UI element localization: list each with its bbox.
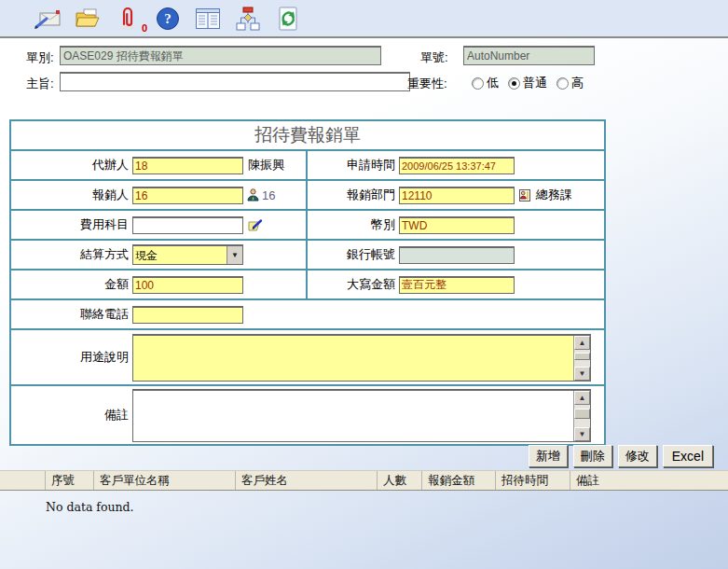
form-title: 招待費報銷單 [11,121,604,151]
department-input[interactable] [399,187,515,204]
radio-label: 高 [571,75,584,91]
radio-label: 普通 [523,75,547,91]
form-list-icon[interactable] [194,5,222,33]
amount-in-words-label: 大寫金額 [308,276,399,293]
claimant-id-text: 16 [262,188,275,202]
row-remarks: 備註 ▲ ▼ [11,386,604,444]
remarks-label: 備註 [11,407,132,423]
doc-type-label: 單別: [26,49,54,66]
attachment-count: 0 [142,22,147,34]
attachment-icon[interactable]: 0 [114,5,142,33]
send-mail-icon[interactable] [34,5,62,33]
agent-label: 代辦人 [11,157,132,173]
header-cell-amount: 報銷金額 [421,471,495,490]
row-claimant: 報銷人 16 報銷部門 [11,181,604,211]
workflow-icon[interactable] [234,5,262,33]
purpose-label: 用途說明 [11,349,132,366]
row-amount: 金額 大寫金額 [11,271,604,300]
radio-label: 低 [487,75,499,91]
doc-type-field[interactable] [60,46,381,65]
help-icon[interactable]: ? [154,5,182,33]
row-settlement: 結算方式 現金 ▼ 銀行帳號 [11,241,604,271]
claimant-input[interactable] [132,187,243,204]
scroll-up-icon[interactable]: ▲ [574,391,590,405]
main-form-panel: 招待費報銷單 代辦人 陳振興 申請時間 報銷人 [9,119,606,446]
scroll-down-icon[interactable]: ▼ [574,427,590,441]
contact-phone-label: 聯絡電話 [11,306,132,323]
header-cell-people-count: 人數 [377,471,421,490]
action-buttons: 新增 刪除 修改 Excel [529,445,713,467]
person-lookup-icon[interactable] [247,188,259,201]
expense-note-icon[interactable] [247,218,263,232]
header-cell-seq: 序號 [45,471,93,490]
doc-number-field[interactable] [463,46,595,65]
scroll-thumb[interactable] [574,353,590,360]
toolbar: 0 ? [0,0,728,38]
expense-category-input[interactable] [132,216,243,234]
add-button[interactable]: 新增 [529,445,568,467]
header-cell-empty [0,471,45,490]
settlement-method-select[interactable]: 現金 ▼ [132,244,243,265]
currency-label: 幣別 [308,216,399,233]
department-name-text: 總務課 [536,187,572,203]
delete-button[interactable]: 刪除 [573,445,612,467]
contact-phone-input[interactable] [132,306,243,324]
purpose-textarea[interactable] [133,336,573,381]
agent-name-text: 陳振興 [248,157,284,173]
scroll-up-icon[interactable]: ▲ [574,336,590,350]
header-cell-customer-name: 客戶姓名 [235,471,377,490]
apply-time-input[interactable] [399,157,515,174]
bank-account-input[interactable] [399,246,515,264]
subject-input[interactable] [60,72,410,91]
purpose-field: ▲ ▼ [132,334,591,382]
scroll-down-icon[interactable]: ▼ [574,367,590,381]
amount-in-words-input[interactable] [399,276,515,294]
header-cell-customer-unit: 客戶單位名稱 [93,471,235,490]
header-cell-time: 招待時間 [495,471,570,490]
amount-label: 金額 [11,276,132,293]
importance-label: 重要性: [407,76,447,92]
open-folder-icon[interactable] [74,5,102,33]
department-label: 報銷部門 [308,187,399,203]
radio-circle[interactable] [508,77,520,90]
excel-button[interactable]: Excel [663,445,713,467]
radio-circle[interactable] [472,77,484,90]
department-lookup-icon[interactable] [518,188,531,202]
dropdown-arrow-icon[interactable]: ▼ [227,246,242,264]
no-data-text: No data found. [46,500,134,514]
importance-radio-high[interactable]: 高 [556,75,584,91]
apply-time-label: 申請時間 [308,157,399,173]
settlement-method-label: 結算方式 [11,246,132,263]
bank-account-label: 銀行帳號 [308,246,399,263]
scroll-thumb[interactable] [574,409,590,419]
detail-table-header: 序號 客戶單位名稱 客戶姓名 人數 報銷金額 招待時間 備註 [0,470,728,491]
agent-input[interactable] [132,157,243,174]
amount-input[interactable] [132,276,243,294]
svg-text:?: ? [164,11,172,26]
header-cell-remarks: 備註 [570,471,728,490]
importance-radios: 低 普通 高 [472,75,584,91]
purpose-scrollbar[interactable]: ▲ ▼ [573,336,590,381]
importance-radio-low[interactable]: 低 [472,75,499,91]
refresh-icon[interactable] [274,5,302,33]
remarks-scrollbar[interactable]: ▲ ▼ [573,391,590,441]
settlement-method-value: 現金 [133,246,227,264]
row-purpose: 用途說明 ▲ ▼ [11,330,604,386]
remarks-field: ▲ ▼ [132,389,591,442]
currency-input[interactable] [399,216,515,234]
row-expense-category: 費用科目 幣別 [11,211,604,241]
modify-button[interactable]: 修改 [618,445,657,467]
remarks-textarea[interactable] [133,391,573,441]
expense-category-label: 費用科目 [11,216,132,233]
claimant-label: 報銷人 [11,187,132,203]
importance-radio-normal[interactable]: 普通 [508,75,547,91]
row-contact-phone: 聯絡電話 [11,300,604,330]
subject-label: 主旨: [26,76,54,92]
radio-circle[interactable] [556,77,569,90]
doc-number-label: 單號: [420,49,448,66]
row-agent: 代辦人 陳振興 申請時間 [11,151,604,181]
